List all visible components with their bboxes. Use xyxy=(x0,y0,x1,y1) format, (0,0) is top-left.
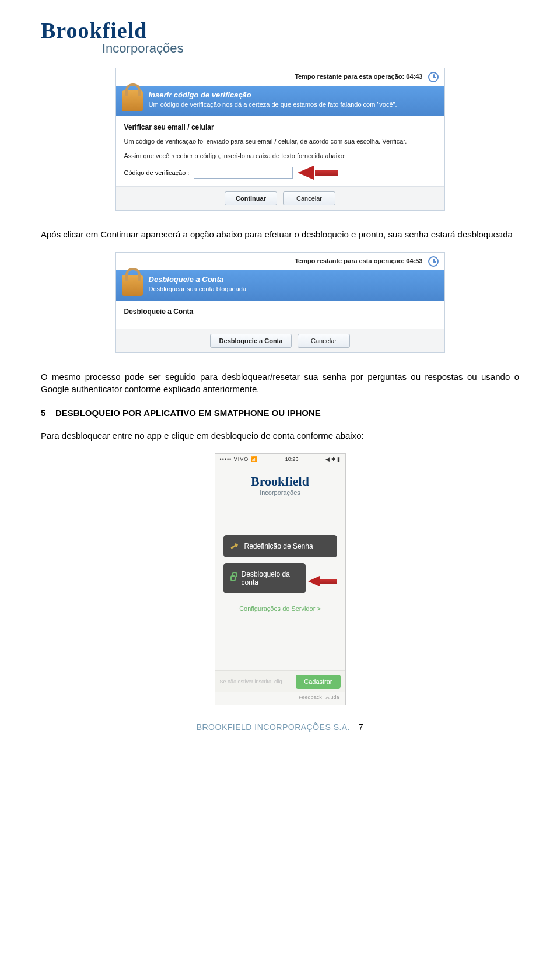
verification-dialog: Tempo restante para esta operação: 04:43… xyxy=(116,68,445,211)
timer-value: 04:43 xyxy=(406,73,422,80)
dialog-subtitle: Desbloquear sua conta bloqueada xyxy=(149,285,247,293)
reset-password-label: Redefinição de Senha xyxy=(244,542,313,550)
register-button[interactable]: Cadastrar xyxy=(296,675,340,689)
section-number: 5 xyxy=(41,408,46,418)
phone-footer-links[interactable]: Feedback | Ajuda xyxy=(215,692,345,705)
continue-button[interactable]: Continuar xyxy=(225,191,277,205)
dialog-buttons: Desbloqueie a Conta Cancelar xyxy=(116,329,444,352)
section-heading: 5 DESBLOQUEIO POR APLICATIVO EM SMATPHON… xyxy=(41,408,519,418)
phone-brand-name: Brookfield xyxy=(215,474,345,489)
verification-code-input[interactable] xyxy=(194,167,293,179)
key-icon xyxy=(229,540,240,551)
body-paragraph-3: Para desbloquear entre no app e clique e… xyxy=(41,429,519,442)
padlock-icon xyxy=(122,90,143,111)
dialog-body: Desbloqueie a Conta xyxy=(116,301,444,329)
server-config-link[interactable]: Configurações do Servidor > xyxy=(223,605,337,612)
body-paragraph-1: Após clicar em Continuar aparecerá a opç… xyxy=(41,228,519,240)
timer-label: Tempo restante para esta operação: xyxy=(295,257,406,264)
padlock-icon xyxy=(122,275,143,296)
unlock-account-label: Desbloqueio da conta xyxy=(242,570,299,586)
phone-mockup: ••••• VIVO 📶 10:23 ◀ ✱ ▮ Brookfield Inco… xyxy=(215,453,346,705)
phone-brand-sub: Incorporações xyxy=(215,489,345,496)
brand-subtitle: Incorporações xyxy=(102,41,519,56)
section-title: Verificar seu email / celular xyxy=(124,123,436,131)
code-input-label: Código de verificação : xyxy=(124,169,190,176)
clock-icon xyxy=(428,72,439,82)
brand-name: Brookfield xyxy=(41,18,519,43)
timer-value: 04:53 xyxy=(406,257,422,264)
page-number: 7 xyxy=(358,722,363,732)
brand-logo: Brookfield Incorporações xyxy=(41,18,519,56)
red-arrow-icon xyxy=(298,166,338,179)
dialog-paragraph-1: Um código de verificação foi enviado par… xyxy=(124,137,436,146)
dialog-body: Verificar seu email / celular Um código … xyxy=(116,116,444,186)
register-hint: Se não estiver inscrito, cliq... xyxy=(220,679,296,684)
red-arrow-icon xyxy=(308,576,337,586)
dialog-buttons: Continuar Cancelar xyxy=(116,186,444,210)
timer-label: Tempo restante para esta operação: xyxy=(295,73,406,80)
status-icons: ◀ ✱ ▮ xyxy=(326,456,340,462)
cancel-button[interactable]: Cancelar xyxy=(298,334,350,348)
footer-company: BROOKFIELD INCORPORAÇÕES S.A. xyxy=(197,722,350,732)
cancel-button[interactable]: Cancelar xyxy=(283,191,335,205)
dialog-subtitle: Um código de verificação nos dá a certez… xyxy=(149,100,397,109)
timer-row: Tempo restante para esta operação: 04:43 xyxy=(116,68,444,86)
dialog-title: Desbloqueie a Conta xyxy=(149,275,247,284)
dialog-header: Desbloqueie a Conta Desbloquear sua cont… xyxy=(116,270,444,301)
clock-icon xyxy=(428,256,439,267)
phone-logo: Brookfield Incorporações xyxy=(215,464,345,500)
unlock-button[interactable]: Desbloqueie a Conta xyxy=(210,334,292,348)
section-title-text: DESBLOQUEIO POR APLICATIVO EM SMATPHONE … xyxy=(55,408,321,418)
unlock-account-button[interactable]: Desbloqueio da conta xyxy=(223,563,306,593)
dialog-header: Inserir código de verificação Um código … xyxy=(116,86,444,116)
unlock-dialog: Tempo restante para esta operação: 04:53… xyxy=(116,252,445,353)
status-time: 10:23 xyxy=(285,456,299,462)
page-footer: BROOKFIELD INCORPORAÇÕES S.A. 7 xyxy=(41,722,519,732)
phone-status-bar: ••••• VIVO 📶 10:23 ◀ ✱ ▮ xyxy=(215,454,345,464)
carrier-signal: ••••• VIVO 📶 xyxy=(220,456,258,462)
section-title: Desbloqueie a Conta xyxy=(124,308,436,316)
lock-icon xyxy=(230,575,236,581)
timer-row: Tempo restante para esta operação: 04:53 xyxy=(116,253,444,270)
body-paragraph-2: O mesmo processo pode ser seguido para d… xyxy=(41,371,519,395)
reset-password-button[interactable]: Redefinição de Senha xyxy=(223,535,337,557)
dialog-paragraph-2: Assim que você receber o código, inseri-… xyxy=(124,152,436,160)
dialog-title: Inserir código de verificação xyxy=(149,90,397,99)
